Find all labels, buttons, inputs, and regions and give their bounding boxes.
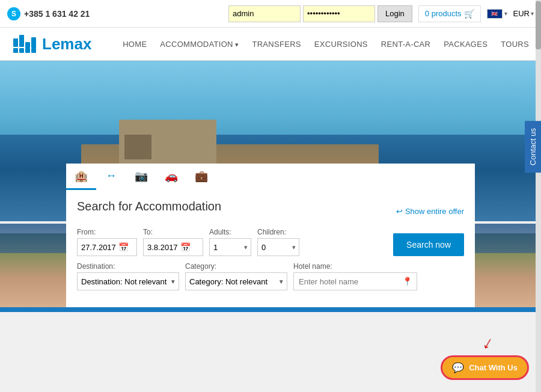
nav-transfers[interactable]: TRANSFERS: [252, 40, 301, 49]
skype-icon: S: [7, 7, 20, 20]
to-label: To:: [143, 228, 203, 236]
children-field: Children: 0 1 2 3: [257, 228, 299, 256]
bottom-accent-bar: [0, 307, 541, 312]
accommodation-tab-icon: 🏨: [75, 170, 88, 183]
from-date-input[interactable]: 27.7.2017 📅: [77, 238, 137, 256]
excursions-tab-icon: 📷: [135, 170, 148, 183]
svg-rect-6: [31, 37, 36, 48]
header: Lemax HOME ACCOMMODATION TRANSFERS EXCUR…: [0, 28, 541, 61]
hotel-name-input[interactable]: [293, 272, 417, 290]
category-label: Category:: [185, 262, 287, 271]
tab-packages[interactable]: 💼: [186, 164, 216, 190]
packages-tab-icon: 💼: [195, 170, 208, 183]
scrollbar-thumb[interactable]: [536, 1, 541, 49]
to-date-input[interactable]: 3.8.2017 📅: [143, 238, 203, 256]
svg-rect-5: [25, 48, 30, 53]
hero-section: Contact us 🏨 ↔ 📷 🚗 💼 Search for Accomm: [0, 61, 541, 307]
language-selector[interactable]: 🇬🇧 ▾: [487, 9, 507, 19]
adults-select-wrapper: 1 2 3 4: [209, 238, 251, 256]
uk-flag-icon: 🇬🇧: [487, 9, 503, 19]
from-date-value: 27.7.2017: [81, 243, 116, 252]
top-bar: S +385 1 631 42 21 Login 0 products 🛒 🇬🇧…: [0, 0, 541, 28]
from-label: From:: [77, 228, 137, 236]
adults-select[interactable]: 1 2 3 4: [209, 238, 251, 256]
svg-rect-7: [31, 48, 36, 53]
children-select[interactable]: 0 1 2 3: [257, 238, 299, 256]
svg-rect-1: [13, 48, 18, 53]
destination-field: Destination: Destination: Not relevant ▾: [77, 262, 179, 290]
cart-button[interactable]: 0 products 🛒: [418, 5, 481, 22]
rent-a-car-tab-icon: 🚗: [165, 170, 178, 183]
children-label: Children:: [257, 228, 299, 236]
search-form: Search for Accommodation ↩Show entire of…: [66, 190, 475, 307]
destination-label: Destination:: [77, 262, 179, 271]
to-field: To: 3.8.2017 📅: [143, 228, 203, 256]
from-calendar-icon: 📅: [118, 242, 129, 252]
nav-packages[interactable]: PACKAGES: [444, 40, 488, 49]
login-area: Login: [228, 5, 412, 22]
destination-select-wrapper: Destination: Not relevant ▾: [77, 272, 179, 290]
hotel-name-field: Hotel name: 📍: [293, 262, 417, 290]
login-button[interactable]: Login: [377, 5, 412, 22]
hotel-name-wrapper: 📍: [293, 272, 417, 290]
username-input[interactable]: [228, 5, 301, 22]
svg-rect-4: [25, 42, 30, 48]
logo-icon: [12, 34, 37, 54]
nav-excursions[interactable]: EXCURSIONS: [314, 40, 368, 49]
language-dropdown-arrow: ▾: [504, 10, 507, 17]
nav-rent-a-car[interactable]: RENT-A-CAR: [381, 40, 430, 49]
destination-select[interactable]: Destination: Not relevant: [78, 273, 174, 290]
search-row-1: From: 27.7.2017 📅 To: 3.8.2017 📅 Adults:: [77, 228, 464, 256]
password-input[interactable]: [303, 5, 375, 22]
nav-tours[interactable]: TOURS: [501, 40, 529, 49]
nav-home[interactable]: HOME: [123, 40, 147, 49]
to-date-value: 3.8.2017: [147, 243, 178, 252]
search-type-tabs: 🏨 ↔ 📷 🚗 💼: [66, 164, 475, 190]
tab-transfers[interactable]: ↔: [96, 164, 126, 190]
tab-excursions[interactable]: 📷: [126, 164, 156, 190]
svg-rect-3: [19, 48, 24, 53]
category-select-wrapper: Category: Not relevant ▾: [185, 272, 287, 290]
svg-rect-2: [19, 35, 24, 47]
adults-field: Adults: 1 2 3 4: [209, 228, 251, 256]
contact-us-tab[interactable]: Contact us: [525, 121, 541, 173]
show-entire-offer-link[interactable]: ↩Show entire offer: [396, 207, 464, 216]
currency-dropdown-arrow: ▾: [531, 10, 534, 17]
category-field: Category: Category: Not relevant ▾: [185, 262, 287, 290]
phone-number: S +385 1 631 42 21: [7, 7, 222, 20]
search-row-2: Destination: Destination: Not relevant ▾…: [77, 262, 464, 290]
search-now-button[interactable]: Search now: [393, 233, 464, 256]
category-select[interactable]: Category: Not relevant: [186, 273, 282, 290]
nav-accommodation[interactable]: ACCOMMODATION: [160, 40, 239, 49]
svg-rect-0: [13, 38, 18, 47]
logo-text: Lemax: [42, 35, 91, 54]
main-nav: HOME ACCOMMODATION TRANSFERS EXCURSIONS …: [123, 40, 529, 49]
cart-label: 0 products: [425, 9, 462, 18]
cart-icon: 🛒: [464, 9, 474, 19]
children-select-wrapper: 0 1 2 3: [257, 238, 299, 256]
search-panel: 🏨 ↔ 📷 🚗 💼 Search for Accommodation ↩Show…: [66, 164, 475, 307]
to-calendar-icon: 📅: [180, 242, 191, 252]
tab-accommodation[interactable]: 🏨: [66, 164, 96, 190]
logo[interactable]: Lemax: [12, 34, 91, 54]
hotel-name-label: Hotel name:: [293, 262, 417, 271]
adults-label: Adults:: [209, 228, 251, 236]
from-field: From: 27.7.2017 📅: [77, 228, 137, 256]
tab-rent-a-car[interactable]: 🚗: [156, 164, 186, 190]
currency-selector[interactable]: EUR ▾: [513, 9, 534, 18]
transfers-tab-icon: ↔: [106, 170, 117, 182]
search-title: Search for Accommodation: [77, 200, 221, 213]
currency-label: EUR: [513, 9, 530, 18]
